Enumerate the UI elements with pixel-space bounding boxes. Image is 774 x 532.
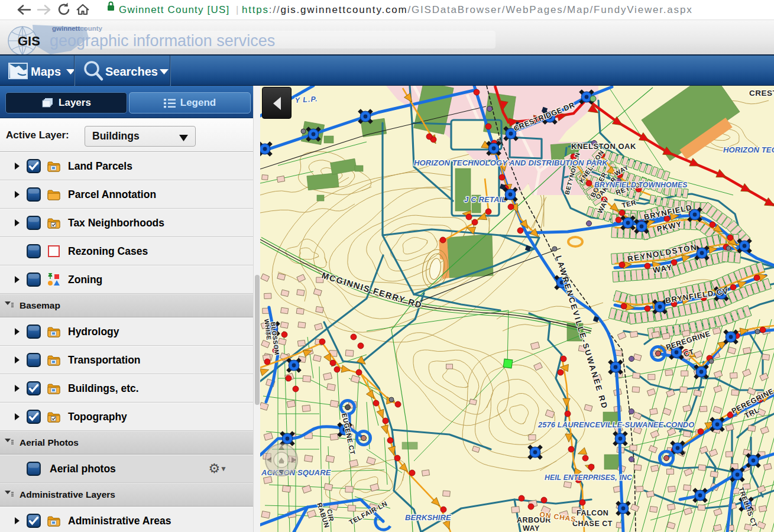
svg-text:https://gis.gwinnettcounty.com: https://gis.gwinnettcounty.com/GISDataBr… xyxy=(242,4,692,15)
svg-text:KNELSTON OAK: KNELSTON OAK xyxy=(571,142,636,151)
svg-text:HORIZON TEC: HORIZON TEC xyxy=(723,145,774,154)
svg-text:HORIZON TECHNOLOGY AND DISTRIB: HORIZON TECHNOLOGY AND DISTRIBUTION PARK xyxy=(414,158,608,167)
svg-text:|: | xyxy=(236,4,238,15)
svg-text:BRYNFIELD TOWNHOMES: BRYNFIELD TOWNHOMES xyxy=(594,181,687,189)
svg-text:HEIL ENTERPRISES, INC: HEIL ENTERPRISES, INC xyxy=(545,473,632,482)
svg-text:CHASE CT: CHASE CT xyxy=(572,520,613,528)
svg-text:gwinnettcounty: gwinnettcounty xyxy=(52,25,103,32)
svg-text:Y L.P.: Y L.P. xyxy=(294,95,318,105)
svg-text:Maps: Maps xyxy=(31,65,61,78)
svg-text:CREST: CREST xyxy=(749,89,774,98)
svg-text:Searches: Searches xyxy=(105,65,158,78)
svg-text:BERKSHIRE: BERKSHIRE xyxy=(405,513,451,522)
svg-text:J C RETAIL: J C RETAIL xyxy=(464,195,506,204)
svg-text:Gwinnett County [US]: Gwinnett County [US] xyxy=(119,4,229,15)
svg-text:GIS: GIS xyxy=(18,34,40,48)
svg-text:2576 LAURENCEVILLE-SUWANEE CON: 2576 LAURENCEVILLE-SUWANEE CONDO xyxy=(537,420,694,429)
svg-text:FALCON: FALCON xyxy=(577,509,608,517)
svg-text:WAY: WAY xyxy=(523,524,540,532)
svg-text:geographic information service: geographic information services xyxy=(50,32,275,50)
